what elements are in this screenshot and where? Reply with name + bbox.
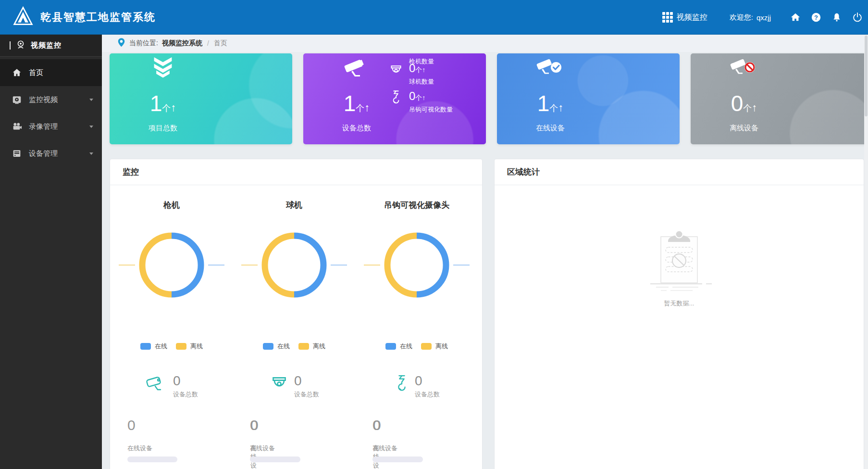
- camera-ban-icon: [708, 53, 780, 83]
- empty-state-text: 暂无数据...: [641, 299, 718, 308]
- stat-value: 1个↑: [321, 91, 393, 121]
- dome-camera-icon: [388, 62, 404, 78]
- sidebar-item-label: 录像管理: [29, 122, 58, 131]
- welcome-label: 欢迎您:: [730, 13, 753, 22]
- surveillance-camera-icon: [12, 94, 22, 105]
- username: qxzjj: [756, 13, 771, 22]
- chart-column-gun-camera: 枪机 在线 离线 0: [110, 185, 233, 464]
- monitor-panel: 监控 枪机 在线 离线: [110, 159, 483, 469]
- sidebar-item-label: 设备管理: [29, 149, 58, 158]
- chart-column-dome-camera: 球机 在线 离线 0: [233, 185, 356, 464]
- legend-online-label: 在线: [277, 342, 290, 351]
- sidebar-item-home[interactable]: 首页: [0, 59, 102, 86]
- chart-legend: 在线 离线: [110, 342, 233, 351]
- empty-clipboard-icon: [641, 286, 718, 294]
- device-list-icon: [12, 148, 22, 159]
- stat-value: 1个↑: [127, 91, 199, 121]
- chart-title: 枪机: [110, 200, 233, 211]
- online-value: 0: [372, 417, 381, 433]
- breadcrumb-system: 视频监控系统: [162, 39, 202, 48]
- sidebar-item-label: 监控视频: [29, 95, 58, 104]
- device-total: 0 设备总数: [110, 374, 233, 399]
- bell-icon[interactable]: [831, 12, 843, 23]
- sidebar-title: 视频监控: [31, 41, 62, 50]
- chart-title: 球机: [233, 200, 356, 211]
- logo-icon: [12, 6, 34, 29]
- webcam-icon: [15, 39, 26, 52]
- stat-label: 在线设备: [514, 124, 586, 133]
- sidebar-item-devices[interactable]: 设备管理: [0, 140, 102, 167]
- grid-icon: [662, 12, 673, 23]
- app-root: 乾县智慧工地监管系统 视频监控 欢迎您: qxzjj ?: [0, 0, 868, 469]
- crane-hook-icon: [394, 374, 410, 397]
- up-arrow-icon: ↑: [171, 101, 176, 114]
- chart-column-hook-camera: 吊钩可视化摄像头 在线 离线: [355, 185, 478, 464]
- breadcrumb-separator: /: [207, 39, 209, 47]
- device-total-value: 0: [415, 374, 440, 388]
- region-stats-panel: 区域统计: [494, 159, 864, 469]
- online-label: 在线设备: [372, 444, 397, 453]
- online-label: 在线设备: [250, 444, 275, 453]
- device-total: 0 设备总数: [233, 374, 356, 399]
- chart-legend: 在线 离线: [355, 342, 478, 351]
- device-total-value: 0: [173, 374, 198, 388]
- progress-placeholder: [372, 456, 422, 462]
- substat-dome-camera: 0个↑ 球机数量: [388, 62, 434, 86]
- legend-offline-swatch: [421, 343, 432, 350]
- up-arrow-icon: ↑: [364, 101, 370, 114]
- donut-chart: [118, 231, 225, 301]
- up-arrow-icon: ↑: [422, 66, 425, 74]
- substat-label: 吊钩可视化数量: [409, 105, 453, 114]
- substat-label: 球机数量: [409, 77, 434, 86]
- substat-value: 0个↑: [409, 90, 453, 104]
- progress-placeholder: [250, 456, 300, 462]
- scrollbar-thumb[interactable]: [865, 36, 868, 116]
- sidebar: 视频监控 首页 监控视频 录像管理: [0, 35, 102, 469]
- up-arrow-icon: ↑: [752, 101, 757, 114]
- device-total: 0 设备总数: [355, 374, 478, 399]
- legend-online-label: 在线: [155, 342, 167, 351]
- sidebar-item-recordings[interactable]: 录像管理: [0, 113, 102, 140]
- stat-card-online-devices: 1个↑ 在线设备: [497, 53, 680, 144]
- home-icon[interactable]: [790, 12, 801, 23]
- home-icon: [12, 67, 22, 78]
- power-icon[interactable]: [852, 12, 863, 23]
- device-total-value: 0: [294, 374, 319, 388]
- sidebar-header: 视频监控: [0, 35, 102, 57]
- legend-online-swatch: [385, 343, 396, 350]
- breadcrumb: 当前位置: 视频监控系统 / 首页: [102, 35, 868, 52]
- top-header: 乾县智慧工地监管系统 视频监控 欢迎您: qxzjj ?: [0, 0, 868, 35]
- device-total-label: 设备总数: [173, 390, 198, 399]
- stat-value: 1个↑: [514, 91, 586, 121]
- nav-app-switcher[interactable]: 视频监控: [662, 12, 707, 23]
- device-total-label: 设备总数: [294, 390, 319, 399]
- stat-label: 离线设备: [708, 124, 780, 133]
- chart-legend: 在线 离线: [233, 342, 356, 351]
- stat-card-devices: 1个↑ 设备总数 枪机数量 0个↑ 球机数量: [303, 53, 486, 144]
- dome-camera-icon: [269, 374, 289, 397]
- divider-bar: [10, 41, 11, 50]
- legend-offline-label: 离线: [190, 342, 203, 351]
- legend-offline-label: 离线: [313, 342, 325, 351]
- chevrons-down-icon: [127, 53, 199, 83]
- help-icon[interactable]: ?: [810, 12, 822, 23]
- sidebar-item-monitor-video[interactable]: 监控视频: [0, 86, 102, 113]
- header-icon-group: ?: [781, 12, 863, 23]
- brand: 乾县智慧工地监管系统: [12, 0, 156, 35]
- panel-title: 区域统计: [495, 159, 864, 185]
- online-value: 0: [127, 417, 136, 433]
- chevron-down-icon: [89, 126, 93, 128]
- device-total-label: 设备总数: [415, 390, 440, 399]
- online-label: 在线设备: [127, 444, 152, 453]
- camera-check-icon: [514, 53, 586, 83]
- video-recorder-icon: [12, 121, 22, 132]
- breadcrumb-prefix: 当前位置:: [129, 39, 158, 48]
- donut-chart: [240, 231, 348, 301]
- sidebar-menu: 首页 监控视频 录像管理 设备管理: [0, 57, 102, 167]
- chart-title: 吊钩可视化摄像头: [355, 200, 478, 211]
- chevron-down-icon: [89, 99, 93, 101]
- substat-hook-camera: 0个↑ 吊钩可视化数量: [388, 90, 453, 114]
- stat-card-offline-devices: 0个↑ 离线设备: [691, 53, 868, 144]
- crane-hook-icon: [388, 90, 404, 106]
- stat-value: 0个↑: [708, 91, 780, 121]
